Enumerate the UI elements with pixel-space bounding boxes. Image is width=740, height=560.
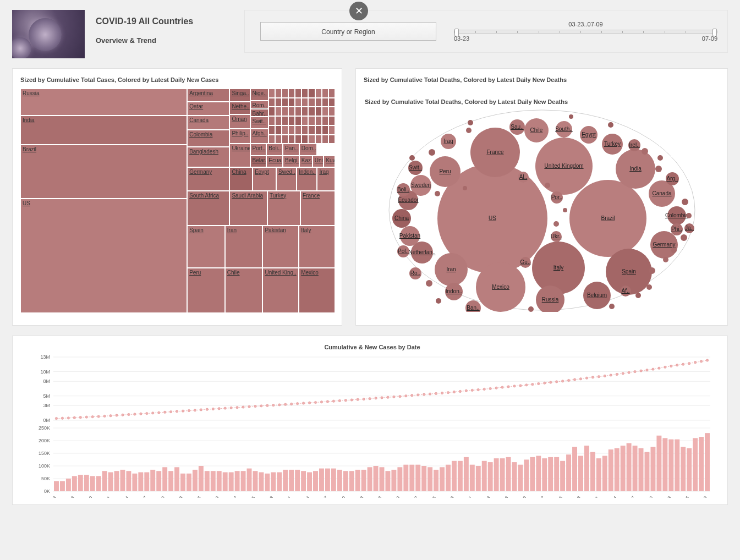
treemap-cell-small[interactable] xyxy=(268,116,275,125)
treemap-cell-small[interactable] xyxy=(295,107,302,116)
bar[interactable] xyxy=(368,467,372,491)
bar[interactable] xyxy=(403,465,408,491)
bar[interactable] xyxy=(446,465,451,491)
bar[interactable] xyxy=(530,457,535,491)
treemap-cell[interactable]: Qatar xyxy=(187,102,229,115)
bubble-node-small[interactable] xyxy=(563,208,567,212)
bar[interactable] xyxy=(705,433,710,491)
bar[interactable] xyxy=(162,467,167,491)
bar[interactable] xyxy=(168,471,173,491)
bar[interactable] xyxy=(193,470,198,491)
bar[interactable] xyxy=(572,447,577,492)
bar[interactable] xyxy=(60,481,65,491)
treemap-cell-small[interactable] xyxy=(275,116,282,125)
bar[interactable] xyxy=(138,473,143,492)
treemap-cell-small[interactable] xyxy=(288,98,295,107)
bar[interactable] xyxy=(126,471,131,491)
treemap-cell-small[interactable] xyxy=(322,135,328,144)
treemap-cell[interactable]: Colombia xyxy=(187,130,229,147)
bar[interactable] xyxy=(331,469,336,491)
bar[interactable] xyxy=(144,473,149,492)
bar[interactable] xyxy=(380,467,385,491)
treemap-cell[interactable]: Saudi Arabia xyxy=(229,191,267,226)
treemap-cell[interactable]: Pakistan xyxy=(262,226,299,268)
treemap-cell-small[interactable] xyxy=(275,135,282,144)
bar[interactable] xyxy=(259,473,264,492)
treemap-cell[interactable]: Kaz.. xyxy=(299,156,313,167)
treemap-cell[interactable]: Spain xyxy=(187,226,225,268)
close-icon[interactable]: ✕ xyxy=(349,2,368,20)
treemap-cell[interactable]: Iran xyxy=(225,226,263,268)
bubble-node-small[interactable] xyxy=(655,166,662,172)
treemap-cell-small[interactable] xyxy=(328,98,335,107)
bar[interactable] xyxy=(662,438,667,491)
bar[interactable] xyxy=(307,473,312,492)
treemap-cell[interactable]: Egypt xyxy=(253,167,276,191)
bar[interactable] xyxy=(409,465,414,491)
bubble-node-small[interactable] xyxy=(657,155,663,161)
slider-track[interactable] xyxy=(454,30,717,34)
treemap-cell[interactable]: Belgi.. xyxy=(283,156,299,167)
bar[interactable] xyxy=(554,457,559,491)
bar[interactable] xyxy=(427,467,432,491)
treemap-cell[interactable]: Nethe.. xyxy=(229,102,250,114)
bubble-node-small[interactable] xyxy=(608,122,613,128)
bar[interactable] xyxy=(295,470,300,491)
bar[interactable] xyxy=(355,470,360,491)
bar[interactable] xyxy=(440,467,445,491)
treemap-cell[interactable]: Boli.. xyxy=(266,144,283,156)
bubble-node-small[interactable] xyxy=(528,306,534,312)
treemap-cell[interactable]: United King.. xyxy=(262,268,299,313)
bar[interactable] xyxy=(235,471,240,491)
bar[interactable] xyxy=(120,470,125,491)
bar[interactable] xyxy=(90,476,95,491)
treemap-cell-small[interactable] xyxy=(288,125,295,135)
bar[interactable] xyxy=(325,469,330,491)
treemap-cell[interactable]: Mexico xyxy=(299,268,335,313)
bubble-node-small[interactable] xyxy=(409,155,415,161)
slider-handle-start[interactable] xyxy=(454,29,459,36)
treemap-cell[interactable]: Nige.. xyxy=(250,89,268,101)
bar[interactable] xyxy=(96,476,101,491)
treemap-cell-small[interactable] xyxy=(308,98,315,107)
bar[interactable] xyxy=(693,438,698,491)
treemap-cell[interactable]: US xyxy=(20,199,187,313)
bar[interactable] xyxy=(180,474,185,491)
treemap-cell[interactable]: Singa.. xyxy=(229,89,250,102)
treemap-cell-small[interactable] xyxy=(295,125,302,135)
bar[interactable] xyxy=(156,471,161,491)
bar[interactable] xyxy=(205,471,210,491)
bar[interactable] xyxy=(476,466,481,491)
bar[interactable] xyxy=(464,457,469,491)
bar[interactable] xyxy=(566,454,571,491)
treemap-cell-small[interactable] xyxy=(288,135,295,144)
treemap-cell-small[interactable] xyxy=(322,116,328,125)
treemap-cell-small[interactable] xyxy=(322,98,328,107)
bar[interactable] xyxy=(174,467,179,491)
treemap-cell-small[interactable] xyxy=(322,125,328,135)
bar[interactable] xyxy=(78,475,83,491)
bar[interactable] xyxy=(374,466,379,491)
treemap-cell-small[interactable] xyxy=(288,116,295,125)
treemap-cell[interactable]: Ukraine xyxy=(229,144,250,167)
bar[interactable] xyxy=(415,465,420,491)
bar[interactable] xyxy=(319,469,324,491)
treemap-cell-small[interactable] xyxy=(308,135,315,144)
bar[interactable] xyxy=(337,470,342,491)
treemap-cell[interactable]: Germany xyxy=(187,167,229,191)
treemap-cell[interactable]: Argentina xyxy=(187,89,229,102)
bar[interactable] xyxy=(84,475,89,491)
treemap-cell-small[interactable] xyxy=(308,125,315,135)
bar[interactable] xyxy=(668,440,673,491)
bar[interactable] xyxy=(524,460,529,492)
treemap-cell-small[interactable] xyxy=(315,116,322,125)
bar[interactable] xyxy=(150,470,155,491)
bar[interactable] xyxy=(247,469,252,491)
treemap-cell-small[interactable] xyxy=(302,135,308,144)
treemap-cell-small[interactable] xyxy=(282,125,288,135)
bar[interactable] xyxy=(277,473,282,492)
treemap-cell[interactable]: Canada xyxy=(187,116,229,130)
bar[interactable] xyxy=(271,473,276,492)
treemap-cell[interactable]: Unit.. xyxy=(313,156,324,167)
treemap-cell-small[interactable] xyxy=(268,107,275,116)
